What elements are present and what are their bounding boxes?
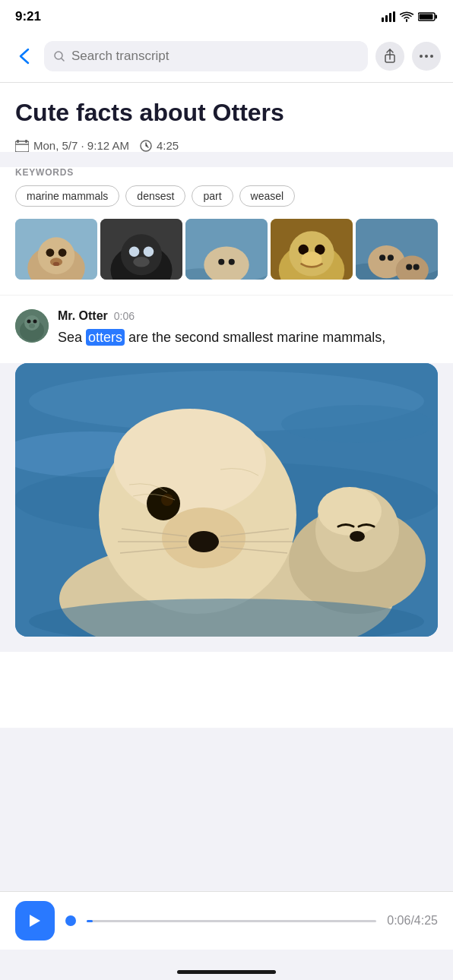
playback-bar: 0:06/4:25 [0, 891, 453, 950]
signal-icon [382, 11, 395, 22]
svg-point-25 [121, 235, 162, 276]
transcript-section: Mr. Otter 0:06 Sea otters are the second… [0, 295, 453, 363]
avatar [15, 309, 49, 343]
page-title: Cute facts about Otters [15, 98, 438, 127]
svg-point-28 [133, 257, 150, 267]
svg-point-73 [318, 487, 382, 536]
transcript-content: Mr. Otter 0:06 Sea otters are the second… [58, 309, 438, 348]
thumbnail-2[interactable] [100, 219, 182, 280]
speaker-name: Mr. Otter [58, 309, 108, 323]
svg-rect-0 [382, 17, 384, 22]
wifi-icon [400, 11, 413, 22]
meta-row: Mon, 5/7 · 9:12 AM 4:25 [15, 139, 438, 152]
calendar-icon [15, 140, 29, 152]
thumbnails-row [0, 219, 453, 295]
progress-fill [87, 920, 93, 922]
thumb-3-image [185, 219, 268, 280]
thumbnail-1[interactable] [15, 219, 97, 280]
share-button[interactable] [375, 42, 404, 71]
svg-point-20 [59, 249, 67, 258]
keywords-section: KEYWORDS marine mammals densest part wea… [0, 167, 453, 219]
thumbnail-3[interactable] [185, 219, 268, 280]
thumb-4-image [271, 219, 353, 280]
keyword-tag-weasel[interactable]: weasel [239, 185, 296, 207]
svg-point-74 [350, 531, 365, 542]
keyword-tag-densest[interactable]: densest [125, 185, 185, 207]
thumbnail-4[interactable] [271, 219, 353, 280]
svg-point-41 [379, 255, 385, 261]
keywords-label: KEYWORDS [15, 167, 438, 178]
play-button[interactable] [15, 901, 55, 940]
svg-point-18 [38, 238, 75, 275]
svg-point-11 [430, 55, 433, 58]
date-text: Mon, 5/7 · 9:12 AM [33, 139, 129, 152]
keyword-tag-part[interactable]: part [192, 185, 233, 207]
more-button[interactable] [412, 42, 441, 71]
svg-point-50 [33, 320, 37, 324]
svg-point-49 [27, 320, 31, 324]
large-image [15, 363, 438, 637]
svg-point-44 [406, 264, 412, 270]
svg-point-55 [281, 405, 433, 443]
svg-point-51 [29, 324, 35, 328]
status-bar: 9:21 [0, 0, 453, 33]
search-bar[interactable] [44, 41, 368, 71]
svg-point-10 [425, 55, 428, 58]
progress-track[interactable] [87, 920, 376, 922]
transcript-text: Sea otters are the second smallest marin… [58, 327, 438, 348]
otter-image-svg [15, 363, 438, 637]
svg-rect-3 [393, 11, 395, 22]
svg-point-22 [53, 262, 59, 266]
speaker-time: 0:06 [114, 310, 135, 322]
home-indicator [177, 970, 276, 974]
svg-point-42 [388, 255, 394, 261]
back-button[interactable] [12, 44, 36, 68]
search-icon [53, 50, 65, 62]
transcript-text-after: are the second smallest marine mammals, [125, 330, 385, 345]
battery-icon [418, 11, 438, 22]
thumb-5-image [356, 219, 438, 280]
playback-spacer [0, 652, 453, 728]
status-icons [382, 11, 438, 22]
svg-point-27 [144, 247, 154, 258]
svg-rect-14 [25, 140, 27, 143]
progress-dot[interactable] [65, 915, 76, 926]
search-input[interactable] [71, 49, 359, 64]
svg-point-45 [413, 264, 420, 270]
svg-rect-2 [389, 13, 391, 22]
svg-rect-12 [15, 141, 29, 152]
svg-point-59 [114, 409, 266, 515]
thumbnail-5[interactable] [356, 219, 438, 280]
speaker-row: Mr. Otter 0:06 [58, 309, 438, 323]
status-time: 9:21 [15, 9, 41, 24]
date-meta: Mon, 5/7 · 9:12 AM [15, 139, 129, 152]
time-label: 0:06/4:25 [387, 914, 438, 928]
transcript-row: Mr. Otter 0:06 Sea otters are the second… [15, 296, 438, 348]
thumb-1-image [15, 219, 97, 280]
share-icon [383, 49, 397, 64]
svg-rect-13 [17, 140, 19, 143]
svg-rect-5 [436, 15, 438, 19]
thumb-2-image [100, 219, 182, 280]
svg-rect-6 [420, 14, 433, 20]
duration-text: 4:25 [157, 139, 179, 152]
play-icon [28, 913, 42, 928]
svg-point-31 [218, 259, 224, 265]
content-header: Cute facts about Otters Mon, 5/7 · 9:12 … [0, 83, 453, 152]
keywords-row: marine mammals densest part weasel [15, 185, 438, 207]
clock-icon [140, 140, 152, 152]
duration-meta: 4:25 [140, 139, 179, 152]
svg-point-19 [46, 249, 55, 258]
more-icon [420, 55, 433, 58]
svg-rect-1 [385, 15, 388, 22]
nav-bar [0, 33, 453, 83]
transcript-highlight: otters [86, 329, 125, 346]
svg-point-9 [420, 55, 423, 58]
svg-point-32 [229, 259, 235, 265]
avatar-image [15, 309, 49, 343]
transcript-text-before: Sea [58, 330, 86, 345]
svg-point-64 [188, 531, 219, 552]
svg-point-26 [129, 247, 140, 258]
keyword-tag-marine-mammals[interactable]: marine mammals [15, 185, 119, 207]
